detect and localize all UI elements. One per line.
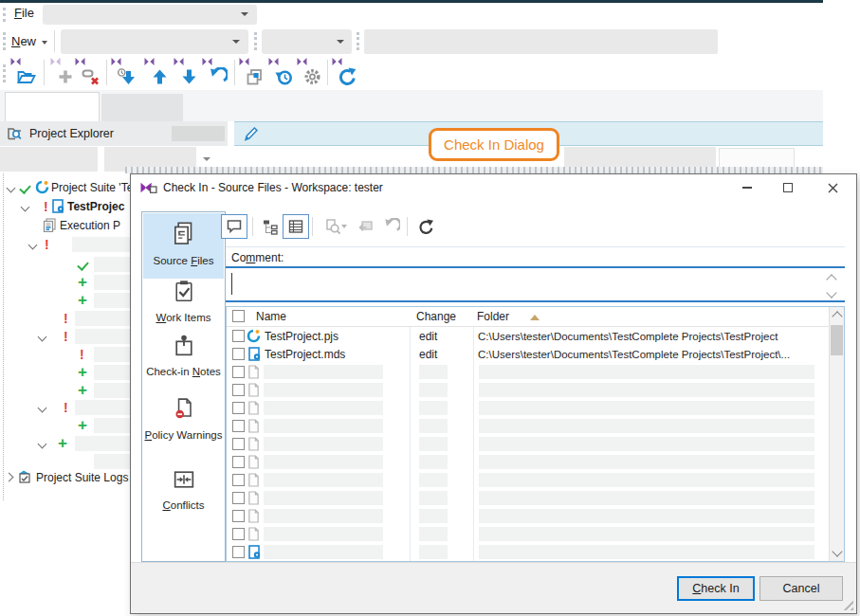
- tree-item[interactable]: +: [4, 417, 131, 435]
- list-view-button[interactable]: [283, 214, 309, 239]
- table-row[interactable]: [227, 471, 831, 489]
- column-header-name[interactable]: Name: [256, 310, 286, 323]
- undo-disabled-button[interactable]: [378, 214, 405, 239]
- select-all-checkbox[interactable]: [232, 310, 245, 322]
- new-button[interactable]: New: [11, 34, 36, 48]
- check-in-button[interactable]: Check In: [677, 576, 755, 601]
- check-in-button-toolbar[interactable]: [143, 58, 174, 88]
- row-checkbox[interactable]: [232, 330, 245, 342]
- explorer-control-placeholder[interactable]: [0, 147, 98, 172]
- chevron-down-icon[interactable]: [28, 241, 38, 250]
- table-row[interactable]: [227, 435, 831, 453]
- row-checkbox[interactable]: [232, 456, 245, 468]
- tree-item[interactable]: [4, 256, 131, 274]
- scroll-down-icon[interactable]: [826, 287, 836, 298]
- preview-button[interactable]: [317, 214, 349, 239]
- table-row[interactable]: [227, 525, 831, 543]
- sidebar-item-policy-warnings[interactable]: Policy Warnings: [143, 396, 224, 459]
- scroll-up-icon[interactable]: [826, 274, 836, 284]
- sidebar-item-conflicts[interactable]: Conflicts: [143, 466, 224, 519]
- row-checkbox[interactable]: [232, 366, 245, 378]
- scrollbar-up-button[interactable]: [830, 307, 845, 323]
- refresh-button[interactable]: [331, 58, 361, 88]
- compare-button[interactable]: [238, 58, 268, 88]
- comment-input[interactable]: [226, 266, 845, 302]
- tree-item[interactable]: +: [4, 435, 131, 453]
- column-header-folder[interactable]: Folder: [477, 310, 509, 323]
- tree-view-button[interactable]: [257, 214, 284, 239]
- table-row[interactable]: [227, 417, 831, 435]
- navigate-back-button[interactable]: [353, 214, 379, 239]
- tree-item[interactable]: +: [4, 274, 131, 292]
- sidebar-item-checkin-notes[interactable]: Check-in Notes: [143, 333, 224, 395]
- table-scrollbar[interactable]: [829, 307, 845, 561]
- scrollbar-down-button[interactable]: [830, 545, 845, 561]
- commandbar-grip[interactable]: [3, 32, 9, 50]
- history-button[interactable]: [267, 58, 298, 88]
- dialog-title-bar[interactable]: Check In - Source Files - Workspace: tes…: [131, 174, 856, 201]
- row-checkbox[interactable]: [232, 438, 245, 450]
- settings-button[interactable]: [296, 58, 326, 88]
- table-row[interactable]: [227, 363, 831, 381]
- open-project-button[interactable]: [9, 58, 40, 88]
- commandbar-combo-1[interactable]: [61, 29, 248, 54]
- row-checkbox[interactable]: [232, 348, 245, 360]
- commandbar-combo-2[interactable]: [262, 29, 352, 54]
- tree-item-project-suite-logs[interactable]: Project Suite Logs: [4, 469, 131, 487]
- minimize-button[interactable]: [734, 178, 760, 197]
- main-toolbar-grip[interactable]: [3, 64, 9, 82]
- tree-item[interactable]: +: [4, 382, 131, 400]
- table-row[interactable]: [227, 453, 831, 471]
- tree-item[interactable]: +: [4, 364, 131, 382]
- tree-item[interactable]: !: [4, 346, 131, 364]
- check-out-button[interactable]: [173, 58, 203, 88]
- chevron-right-icon[interactable]: [5, 473, 14, 482]
- row-checkbox[interactable]: [232, 474, 245, 486]
- chevron-down-icon[interactable]: [21, 203, 30, 212]
- toolbar-grip[interactable]: [254, 32, 260, 50]
- close-button[interactable]: [819, 178, 846, 197]
- commandbar-combo-3[interactable]: [364, 29, 718, 54]
- undo-changes-button[interactable]: [201, 58, 231, 88]
- row-checkbox[interactable]: [232, 528, 245, 540]
- tree-item-project[interactable]: ! TestProjec: [4, 198, 131, 216]
- table-row[interactable]: TestProject.mds edit C:\Users\tester\Doc…: [227, 345, 831, 363]
- tree-item-project-suite[interactable]: Project Suite 'Te: [4, 179, 131, 197]
- chevron-down-icon[interactable]: [38, 440, 47, 449]
- table-row[interactable]: [227, 381, 831, 399]
- tree-item[interactable]: !: [4, 399, 131, 417]
- resize-grip[interactable]: [843, 600, 853, 610]
- tree-item[interactable]: +: [4, 292, 131, 310]
- row-checkbox[interactable]: [232, 420, 245, 432]
- scrollbar-thumb[interactable]: [831, 325, 843, 355]
- maximize-button[interactable]: [775, 178, 801, 197]
- toolbar-grip[interactable]: [357, 32, 362, 50]
- cancel-button[interactable]: Cancel: [759, 576, 843, 601]
- row-checkbox[interactable]: [232, 510, 245, 522]
- tree-item-execution-plan[interactable]: Execution P: [4, 217, 131, 235]
- row-checkbox[interactable]: [232, 384, 245, 396]
- row-checkbox[interactable]: [232, 546, 245, 558]
- table-row[interactable]: TestProject.pjs edit C:\Users\tester\Doc…: [227, 327, 831, 345]
- tree-item[interactable]: !: [4, 236, 131, 254]
- tree-item[interactable]: !: [4, 310, 131, 328]
- refresh-list-button[interactable]: [412, 214, 439, 239]
- table-row[interactable]: [227, 507, 831, 525]
- column-header-change[interactable]: Change: [416, 310, 456, 323]
- get-latest-version-button[interactable]: [110, 58, 140, 88]
- chevron-down-icon[interactable]: [203, 157, 210, 161]
- row-checkbox[interactable]: [232, 402, 245, 414]
- table-row[interactable]: [227, 543, 831, 561]
- chevron-down-icon[interactable]: [38, 333, 47, 342]
- menubar-combo[interactable]: [43, 5, 257, 25]
- chevron-down-icon[interactable]: [38, 404, 47, 413]
- row-checkbox[interactable]: [232, 492, 245, 504]
- chevron-down-icon[interactable]: [7, 184, 16, 193]
- table-row[interactable]: [227, 489, 831, 507]
- comment-toggle-button[interactable]: [221, 214, 247, 239]
- tree-item[interactable]: !: [4, 328, 131, 346]
- table-row[interactable]: [227, 399, 831, 417]
- tab-active[interactable]: [5, 92, 100, 121]
- tab-inactive[interactable]: [101, 94, 183, 121]
- file-menu[interactable]: File: [14, 6, 34, 20]
